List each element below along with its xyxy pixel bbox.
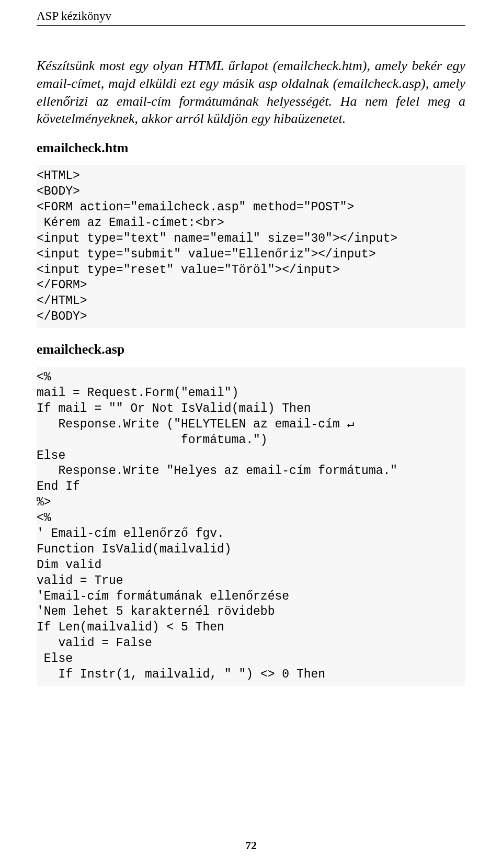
page-container: ASP kézikönyv Készítsünk most egy olyan …: [0, 0, 502, 868]
section-heading-emailcheck-htm: emailcheck.htm: [37, 140, 465, 156]
intro-paragraph: Készítsünk most egy olyan HTML űrlapot (…: [37, 57, 465, 128]
running-header-title: ASP kézikönyv: [37, 9, 111, 22]
code-block-emailcheck-htm: <HTML> <BODY> <FORM action="emailcheck.a…: [37, 165, 465, 328]
running-header: ASP kézikönyv: [37, 9, 465, 26]
page-number: 72: [0, 839, 502, 852]
code-block-emailcheck-asp: <% mail = Request.Form("email") If mail …: [37, 367, 465, 686]
section-heading-emailcheck-asp: emailcheck.asp: [37, 342, 465, 357]
